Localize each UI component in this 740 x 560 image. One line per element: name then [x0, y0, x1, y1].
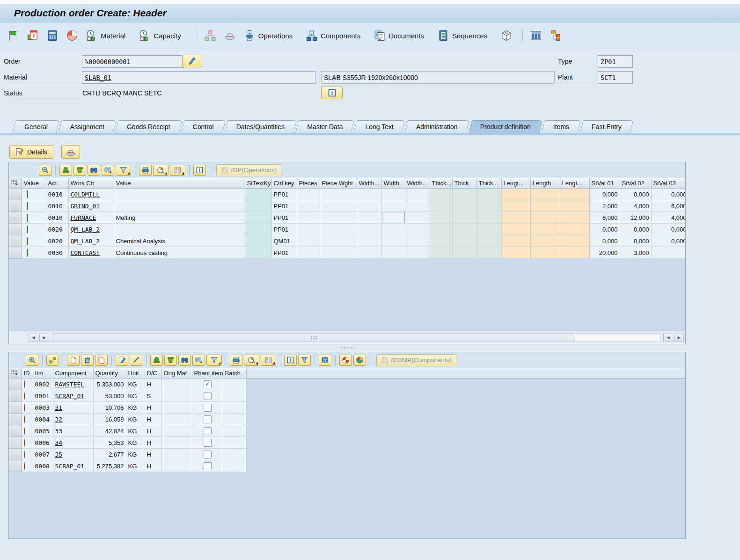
sort-descending-button[interactable] — [73, 165, 86, 176]
material-overview-button[interactable] — [46, 355, 59, 366]
component-link[interactable]: 32 — [55, 416, 63, 423]
print-button[interactable] — [139, 165, 152, 176]
order-input[interactable]: %00000000001 — [82, 55, 184, 68]
tab-fast-entry[interactable]: Fast Entry — [581, 120, 632, 133]
pie-multi-button[interactable] — [353, 355, 366, 366]
flag-button[interactable] — [5, 28, 22, 43]
find-button[interactable] — [178, 355, 191, 366]
documents-button[interactable]: Documents — [371, 28, 426, 43]
ops-column-header[interactable]: StVal 02 — [620, 178, 651, 189]
grid-splitter-handle[interactable] — [8, 345, 686, 351]
tab-assignment[interactable]: Assignment — [60, 120, 115, 133]
sort-ascending-button[interactable] — [59, 165, 72, 176]
tab-master-data[interactable]: Master Data — [297, 120, 353, 133]
pie-red-button[interactable] — [339, 355, 352, 366]
ops-column-header[interactable]: Value — [22, 178, 46, 189]
detail-magnifier-button[interactable] — [39, 165, 51, 176]
material-clock-button[interactable]: Material — [83, 28, 128, 43]
row-selector[interactable] — [9, 378, 22, 390]
calculator-button[interactable] — [44, 28, 61, 43]
component-link[interactable]: 33 — [55, 428, 63, 435]
hat-button[interactable] — [221, 28, 238, 43]
tab-long-text[interactable]: Long Text — [355, 120, 403, 133]
operations-layout-button[interactable]: /OP(Operations) — [216, 164, 281, 176]
ops-column-header[interactable]: Thick — [452, 178, 476, 189]
phantom-item-checkbox[interactable] — [204, 451, 212, 458]
tab-control[interactable]: Control — [183, 120, 224, 133]
delete-button[interactable] — [81, 355, 94, 366]
components-layout-button[interactable]: /COMP(Components) — [376, 354, 456, 366]
ops-column-header[interactable]: Width... — [405, 178, 430, 189]
layout-button[interactable] — [261, 355, 276, 366]
worklist-hat-button[interactable] — [61, 145, 80, 159]
comp-column-header[interactable]: Batch — [223, 368, 246, 378]
row-selector[interactable] — [9, 425, 22, 437]
create-button[interactable] — [67, 355, 80, 366]
row-selector[interactable] — [9, 414, 22, 425]
phantom-item-checkbox[interactable] — [204, 415, 212, 423]
edit-pencil-button[interactable] — [116, 355, 128, 366]
row-selector[interactable] — [9, 200, 22, 212]
details-button[interactable]: Details — [9, 145, 53, 159]
phantom-item-checkbox[interactable] — [204, 462, 212, 470]
ops-column-header[interactable]: Width — [381, 178, 405, 189]
select-all-header[interactable] — [9, 178, 22, 189]
ops-column-header[interactable]: Ctrl key — [271, 178, 297, 189]
component-link[interactable]: 35 — [55, 451, 63, 458]
comp-column-header[interactable]: Component — [53, 368, 93, 378]
row-selector[interactable] — [9, 449, 22, 460]
row-selector[interactable] — [9, 235, 22, 247]
work-center-link[interactable]: FURNACE — [71, 214, 96, 221]
structure-tree-button[interactable] — [547, 28, 564, 43]
row-selector[interactable] — [9, 189, 22, 200]
ops-column-header[interactable]: Act. — [46, 178, 68, 189]
export-button[interactable] — [153, 165, 169, 176]
component-link[interactable]: 31 — [55, 404, 63, 411]
filter-button[interactable] — [116, 165, 131, 176]
ops-column-header[interactable]: Lengt... — [560, 178, 589, 189]
tab-items[interactable]: Items — [543, 120, 579, 133]
component-link[interactable]: SCRAP_01 — [55, 463, 85, 470]
phantom-item-checkbox[interactable] — [204, 392, 212, 400]
work-center-link[interactable]: CONTCAST — [71, 249, 100, 256]
capacity-clock-button[interactable]: Capacity — [136, 28, 183, 43]
pie-chart-button[interactable] — [64, 28, 81, 43]
row-selector[interactable] — [9, 460, 22, 472]
export-button[interactable] — [244, 355, 259, 366]
work-center-link[interactable]: GRIND_01 — [71, 203, 100, 210]
tab-product-definition[interactable]: Product definition — [470, 120, 541, 133]
scroll-left-button[interactable]: ◀ — [29, 334, 38, 342]
comp-column-header[interactable]: D/C — [145, 368, 161, 378]
ops-column-header[interactable]: StVal 03 — [651, 178, 685, 189]
filter-button[interactable] — [206, 355, 222, 366]
plant-input[interactable]: SCT1 — [598, 71, 633, 84]
copy-button[interactable] — [95, 355, 108, 366]
scroll-right-button-2[interactable]: ▶ — [674, 334, 684, 342]
ops-column-header[interactable]: Thick... — [476, 178, 501, 189]
ops-column-header[interactable]: StTextKy — [245, 178, 271, 189]
scroll-left-button-2[interactable]: ◀ — [663, 334, 673, 342]
component-link[interactable]: SCRAP_01 — [55, 393, 85, 400]
print-button[interactable] — [230, 355, 242, 366]
comp-column-header[interactable]: Orig Mat — [161, 368, 192, 378]
select-all-header[interactable] — [9, 368, 22, 378]
ops-column-header[interactable]: Value — [114, 178, 245, 189]
ops-column-header[interactable]: Length — [530, 178, 560, 189]
row-selector[interactable] — [9, 212, 22, 224]
calendar-button[interactable]: 7 — [24, 28, 41, 43]
operations-button[interactable]: Operations — [241, 28, 295, 43]
ops-column-header[interactable]: Pieces — [297, 178, 320, 189]
filter2-button[interactable] — [298, 355, 311, 366]
comp-column-header[interactable]: Phant.item — [192, 368, 223, 378]
allocate-wand-button[interactable] — [130, 355, 142, 366]
info-button[interactable]: i — [284, 355, 297, 366]
comp-column-header[interactable]: Quantity — [93, 368, 126, 378]
tab-dates-quantities[interactable]: Dates/Quantities — [226, 120, 295, 133]
hierarchy-button[interactable] — [202, 28, 219, 43]
tab-administration[interactable]: Administration — [406, 120, 468, 133]
work-center-link[interactable]: QM_LAB_2 — [71, 226, 100, 233]
scroll-right-button[interactable]: ▶ — [39, 334, 49, 342]
package-button[interactable] — [498, 28, 515, 43]
long-text-edit-button[interactable] — [182, 55, 201, 67]
sequences-button[interactable]: Sequences — [435, 28, 490, 43]
